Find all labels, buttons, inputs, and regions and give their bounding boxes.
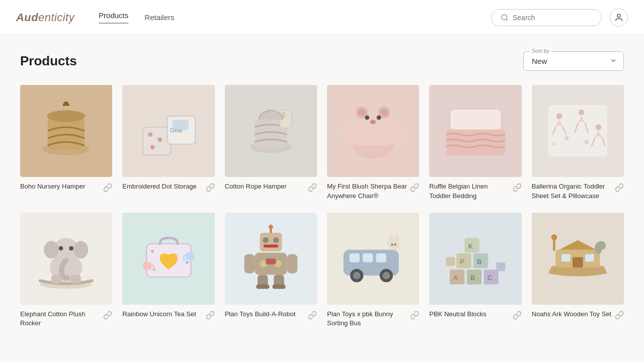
- product-card[interactable]: Ruffle Belgian Linen Toddler Bedding: [429, 85, 521, 201]
- product-card[interactable]: My First Blush Sherpa Bear Anywhere Chai…: [327, 85, 419, 201]
- product-info: Boho Nursery Hamper: [20, 182, 112, 194]
- product-image: [327, 213, 419, 305]
- user-icon[interactable]: [610, 9, 628, 27]
- link-icon[interactable]: [103, 311, 112, 322]
- product-card[interactable]: Ballerina Organic Toddler Sheet Set & Pi…: [532, 85, 624, 201]
- product-card[interactable]: Boho Nursery Hamper: [20, 85, 112, 201]
- svg-point-83: [394, 234, 399, 243]
- search-input[interactable]: [513, 14, 592, 22]
- nav-link-products[interactable]: Products: [99, 11, 128, 24]
- product-card[interactable]: Noahs Ark Wooden Toy Set: [532, 213, 624, 328]
- product-card[interactable]: Plan Toys Build-A-Robot: [225, 213, 317, 328]
- svg-point-38: [596, 124, 602, 130]
- product-info: Rainbow Unicorn Tea Set: [122, 310, 214, 322]
- brand-logo[interactable]: Audenticity: [16, 11, 74, 24]
- svg-point-58: [263, 237, 269, 243]
- svg-point-36: [556, 113, 562, 119]
- svg-rect-72: [272, 285, 285, 289]
- svg-point-39: [565, 136, 569, 141]
- product-card[interactable]: Dear Embroidered Dot Storage: [122, 85, 214, 201]
- chevron-down-icon: [609, 56, 617, 66]
- product-name: Plan Toys Build-A-Robot: [225, 310, 306, 319]
- sort-label: Sort by: [530, 48, 551, 54]
- product-name: PBK Neutral Blocks: [429, 310, 510, 319]
- svg-rect-101: [561, 254, 571, 262]
- product-info: Cotton Rope Hamper: [225, 182, 317, 194]
- svg-rect-76: [376, 253, 387, 262]
- link-icon[interactable]: [206, 183, 215, 194]
- link-icon[interactable]: [410, 311, 419, 322]
- svg-point-10: [157, 138, 162, 142]
- product-image: [532, 213, 624, 305]
- link-icon[interactable]: [308, 183, 317, 194]
- product-card[interactable]: Cotton Rope Hamper: [225, 85, 317, 201]
- svg-point-25: [358, 109, 366, 117]
- svg-line-1: [506, 19, 508, 21]
- svg-rect-74: [350, 253, 360, 262]
- product-name: Plan Toys x pbk Bunny Sorting Bus: [327, 310, 408, 328]
- svg-rect-55: [143, 262, 152, 270]
- svg-point-78: [353, 272, 361, 280]
- product-info: Ruffle Belgian Linen Toddler Bedding: [429, 182, 521, 200]
- product-info: Plan Toys x pbk Bunny Sorting Bus: [327, 310, 419, 328]
- svg-rect-99: [496, 262, 505, 272]
- nav-links: Products Retailers: [99, 11, 174, 24]
- svg-rect-57: [260, 233, 282, 251]
- product-image: A B C P B K: [429, 213, 521, 305]
- product-name: Elephant Cotton Plush Rocker: [20, 310, 101, 328]
- svg-rect-32: [450, 109, 502, 131]
- product-name: Rainbow Unicorn Tea Set: [122, 310, 203, 319]
- svg-point-48: [69, 246, 74, 250]
- product-card[interactable]: Rainbow Unicorn Tea Set: [122, 213, 214, 328]
- sort-control[interactable]: Sort by New: [523, 51, 624, 71]
- svg-rect-49: [51, 275, 62, 284]
- header-row: Products Sort by New: [20, 51, 624, 71]
- product-card[interactable]: Plan Toys x pbk Bunny Sorting Bus: [327, 213, 419, 328]
- product-card[interactable]: Elephant Cotton Plush Rocker: [20, 213, 112, 328]
- svg-point-41: [552, 143, 555, 146]
- svg-rect-75: [363, 253, 373, 262]
- navbar: Audenticity Products Retailers: [0, 0, 644, 35]
- svg-point-26: [380, 109, 388, 117]
- link-icon[interactable]: [615, 311, 624, 322]
- svg-point-11: [150, 145, 154, 150]
- link-icon[interactable]: [513, 183, 522, 194]
- svg-text:P: P: [460, 258, 464, 265]
- product-info: My First Blush Sherpa Bear Anywhere Chai…: [327, 182, 419, 200]
- link-icon[interactable]: [103, 183, 112, 194]
- product-name: Embroidered Dot Storage: [122, 182, 203, 191]
- product-image: [225, 213, 317, 305]
- link-icon[interactable]: [513, 311, 522, 322]
- svg-point-28: [377, 116, 381, 120]
- product-image: Dear: [122, 85, 214, 177]
- nav-link-retailers[interactable]: Retailers: [144, 13, 174, 24]
- page-title: Products: [20, 53, 77, 69]
- product-name: Ruffle Belgian Linen Toddler Bedding: [429, 182, 510, 200]
- nav-right: [491, 9, 628, 27]
- product-card[interactable]: A B C P B K: [429, 213, 521, 328]
- product-info: Elephant Cotton Plush Rocker: [20, 310, 112, 328]
- svg-point-46: [73, 241, 88, 258]
- product-name: Ballerina Organic Toddler Sheet Set & Pi…: [532, 182, 613, 200]
- product-image: [327, 85, 419, 177]
- svg-rect-15: [172, 120, 188, 131]
- product-info: Plan Toys Build-A-Robot: [225, 310, 317, 322]
- link-icon[interactable]: [615, 183, 624, 194]
- svg-text:B: B: [477, 258, 481, 265]
- link-icon[interactable]: [410, 183, 419, 194]
- product-name: My First Blush Sherpa Bear Anywhere Chai…: [327, 182, 408, 200]
- main-content: Products Sort by New: [0, 35, 644, 344]
- product-info: Noahs Ark Wooden Toy Set: [532, 310, 624, 322]
- svg-point-47: [59, 246, 63, 250]
- link-icon[interactable]: [308, 311, 317, 322]
- svg-point-80: [383, 272, 390, 280]
- svg-point-29: [370, 120, 376, 125]
- svg-point-45: [44, 241, 59, 258]
- svg-point-82: [388, 234, 393, 243]
- svg-point-85: [394, 243, 396, 245]
- svg-text:K: K: [468, 242, 472, 250]
- link-icon[interactable]: [206, 311, 215, 322]
- product-image: [225, 85, 317, 177]
- search-box[interactable]: [491, 9, 602, 26]
- product-name: Cotton Rope Hamper: [225, 182, 306, 191]
